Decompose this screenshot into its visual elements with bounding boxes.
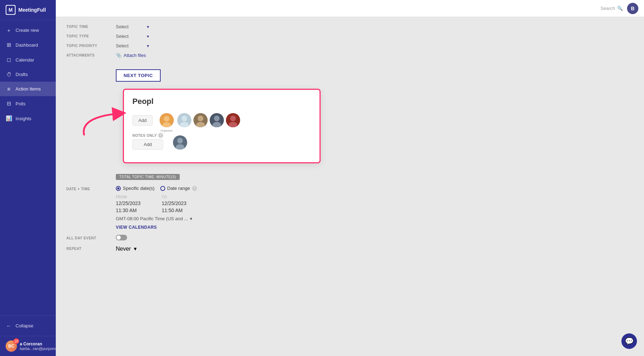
- notes-only-label: NOTES ONLY ?: [132, 133, 163, 138]
- sidebar-item-dashboard[interactable]: ⊞ Dashboard: [0, 37, 56, 52]
- specific-dates-option[interactable]: Specific date(s): [116, 186, 155, 191]
- notification-badge: 18: [13, 338, 19, 344]
- all-day-event-section: ALL DAY EVENT: [66, 235, 633, 240]
- date-range-option[interactable]: Date range ?: [160, 186, 197, 191]
- all-day-event-label: ALL DAY EVENT: [66, 235, 109, 240]
- svg-point-15: [230, 116, 236, 121]
- topic-priority-label: TOPIC PRIORITY: [66, 44, 109, 48]
- topic-time-row: TOPIC TIME Select ▾: [66, 24, 633, 29]
- next-topic-button[interactable]: NEXT TOPIC: [116, 69, 161, 82]
- sidebar-item-insights[interactable]: 📊 Insights: [0, 111, 56, 126]
- timezone-select[interactable]: GMT-08:00 Pacific Time (US and ... ▾: [116, 216, 197, 221]
- chat-button[interactable]: 💬: [621, 333, 637, 349]
- notes-avatar: [173, 135, 187, 150]
- paperclip-icon: 📎: [116, 53, 121, 58]
- svg-point-18: [177, 138, 183, 144]
- notes-add-button[interactable]: Add: [132, 139, 163, 150]
- insights-icon: 📊: [6, 115, 12, 122]
- topic-type-value: Select: [116, 34, 144, 39]
- sidebar-item-polls[interactable]: ⊟ Polls: [0, 96, 56, 111]
- person-avatar-4: [210, 113, 224, 127]
- app-name: MeetingFull: [18, 7, 46, 13]
- svg-text:M: M: [8, 7, 12, 13]
- organizer-label: Organizer: [161, 129, 173, 132]
- topic-type-select[interactable]: Select ▾: [116, 34, 149, 39]
- repeat-label: REPEAT: [66, 245, 109, 251]
- people-section: Peopl Add: [66, 89, 633, 163]
- svg-point-6: [181, 116, 187, 121]
- sidebar-item-action-items[interactable]: ≡ Action Items: [0, 82, 56, 96]
- topic-type-label: TOPIC TYPE: [66, 34, 109, 38]
- search-bar[interactable]: Search 🔍: [601, 6, 623, 11]
- svg-point-12: [214, 116, 220, 121]
- timezone-text: GMT-08:00 Pacific Time (US and ...: [116, 216, 188, 221]
- avatars-row: Organizer: [160, 113, 240, 127]
- sidebar-item-create-new[interactable]: + Create new: [0, 23, 56, 37]
- topic-time-select[interactable]: Select ▾: [116, 24, 149, 29]
- view-calendars-btn[interactable]: VIEW CALENDARS: [116, 225, 197, 230]
- collapse-icon: ←: [6, 323, 12, 329]
- attachments-row: ATTACHMENTS 📎 Attach files: [66, 53, 633, 58]
- topic-priority-select[interactable]: Select ▾: [116, 43, 149, 48]
- polls-icon: ⊟: [6, 100, 12, 107]
- from-label: FROM: [116, 195, 141, 199]
- organizer-avatar: [160, 113, 174, 127]
- sidebar-item-label: Polls: [16, 101, 25, 106]
- logo-icon: M: [6, 5, 16, 15]
- from-col: FROM 12/25/2023 11:30 AM: [116, 195, 141, 213]
- sidebar-item-label: Action Items: [16, 86, 41, 92]
- person-avatar-2: [177, 113, 191, 127]
- attach-files-label: Attach files: [124, 53, 146, 58]
- to-time[interactable]: 11:50 AM: [162, 208, 186, 213]
- from-to-grid: FROM 12/25/2023 11:30 AM TO 12/25/2023 1…: [116, 195, 197, 213]
- person-avatar-3: [193, 113, 208, 127]
- topic-priority-row: TOPIC PRIORITY Select ▾: [66, 43, 633, 48]
- from-time[interactable]: 11:30 AM: [116, 208, 141, 213]
- sidebar-item-label: Create new: [16, 28, 39, 33]
- repeat-chevron: ▾: [134, 245, 137, 252]
- people-add-button[interactable]: Add: [132, 115, 153, 126]
- to-date[interactable]: 12/25/2023: [162, 200, 186, 206]
- toggle-knob: [117, 235, 121, 240]
- plus-icon: +: [6, 27, 12, 33]
- search-icon[interactable]: 🔍: [617, 6, 623, 11]
- repeat-section: REPEAT Never ▾: [66, 245, 633, 252]
- sidebar-item-label: Dashboard: [16, 42, 38, 48]
- topbar-user-avatar[interactable]: B: [627, 3, 638, 14]
- repeat-select[interactable]: Never ▾: [116, 245, 137, 252]
- sidebar-item-calendar[interactable]: ◻ Calendar: [0, 52, 56, 67]
- topbar: Search 🔍 B: [56, 0, 644, 17]
- to-col: TO 12/25/2023 11:50 AM: [162, 195, 186, 213]
- chevron-down-icon: ▾: [147, 43, 149, 48]
- action-items-icon: ≡: [6, 86, 12, 92]
- svg-point-9: [198, 116, 203, 121]
- topic-time-label: TOPIC TIME: [66, 25, 109, 29]
- date-range-info-icon: ?: [192, 186, 197, 191]
- topic-time-value: Select: [116, 24, 144, 29]
- sidebar-item-collapse[interactable]: ← Collapse: [6, 320, 50, 332]
- sidebar-item-label: Collapse: [16, 323, 34, 328]
- user-info: BC 18 a Corcoran barba...ran@purpome.c..…: [6, 340, 50, 352]
- from-date[interactable]: 12/25/2023: [116, 200, 141, 206]
- people-main-row: Add: [132, 113, 311, 127]
- organizer-avatar-wrapper: Organizer: [160, 113, 174, 127]
- sidebar-item-label: Calendar: [16, 57, 34, 63]
- info-icon: ?: [158, 133, 163, 138]
- chevron-down-icon: ▾: [147, 24, 149, 29]
- calendar-icon: ◻: [6, 57, 12, 63]
- chevron-down-icon: ▾: [147, 34, 149, 39]
- date-time-label: DATE + TIME: [66, 186, 109, 191]
- main-content: Search 🔍 B TOPIC TIME Select ▾ TOPIC TYP…: [56, 0, 644, 356]
- page-content: TOPIC TIME Select ▾ TOPIC TYPE Select ▾ …: [56, 17, 644, 264]
- sidebar-item-drafts[interactable]: ⏱ Drafts: [0, 67, 56, 82]
- specific-dates-radio[interactable]: [116, 186, 121, 191]
- date-time-section: DATE + TIME Specific date(s) Date range …: [66, 186, 633, 230]
- date-type-radio-group: Specific date(s) Date range ?: [116, 186, 197, 191]
- all-day-toggle[interactable]: [116, 235, 127, 240]
- logo: M MeetingFull: [0, 0, 56, 20]
- notes-only-row: NOTES ONLY ? Add: [132, 133, 311, 150]
- search-label: Search: [601, 6, 615, 11]
- people-popup: Peopl Add: [123, 89, 321, 163]
- attach-files-btn[interactable]: 📎 Attach files: [116, 53, 146, 58]
- date-range-radio[interactable]: [160, 186, 165, 191]
